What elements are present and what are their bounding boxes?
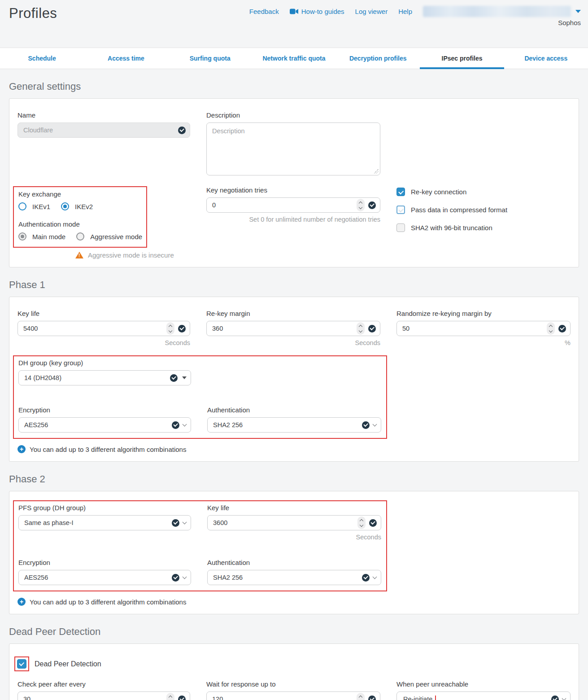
- randomize-unit: %: [396, 339, 571, 346]
- chevron-down-icon[interactable]: [183, 422, 187, 427]
- account-name-redacted: [423, 6, 571, 17]
- section-title-dpd: Dead Peer Detection: [9, 626, 579, 638]
- number-stepper[interactable]: [357, 322, 365, 335]
- chevron-down-icon[interactable]: [373, 422, 377, 427]
- radio-main-mode-control[interactable]: [18, 232, 26, 241]
- stepper-down-icon[interactable]: [359, 205, 362, 209]
- valid-check-icon: [558, 325, 566, 332]
- brand-label: Sophos: [558, 19, 581, 26]
- wait-response-input[interactable]: 120: [206, 691, 380, 700]
- phase2-key-life-label: Key life: [207, 504, 381, 512]
- phase2-key-life-input[interactable]: 3600: [207, 515, 381, 530]
- description-placeholder: Description: [212, 127, 245, 135]
- phase2-encryption-select[interactable]: AES256: [18, 570, 191, 585]
- resize-handle[interactable]: [374, 169, 379, 174]
- tab-schedule[interactable]: Schedule: [0, 48, 84, 69]
- check-peer-input[interactable]: 30: [17, 691, 190, 700]
- feedback-link[interactable]: Feedback: [249, 8, 279, 15]
- number-stepper[interactable]: [357, 199, 365, 211]
- checkbox-rekey-connection[interactable]: Re-key connection: [396, 188, 571, 196]
- radio-main-mode-label: Main mode: [32, 233, 65, 241]
- chevron-down-icon[interactable]: [562, 696, 566, 700]
- number-stepper[interactable]: [357, 693, 365, 700]
- key-life-input[interactable]: 5400: [17, 321, 190, 336]
- number-stepper[interactable]: [547, 322, 555, 335]
- radio-ikev1[interactable]: IKEv1: [18, 202, 50, 210]
- howto-guides-link[interactable]: How-to guides: [290, 8, 344, 15]
- chevron-down-icon[interactable]: [373, 575, 377, 579]
- section-title-phase2: Phase 2: [9, 473, 579, 485]
- authentication-label: Authentication: [207, 406, 381, 414]
- phase1-encryption-select[interactable]: AES256: [18, 417, 191, 433]
- stepper-down-icon[interactable]: [169, 328, 172, 332]
- name-input[interactable]: Cloudflare: [17, 122, 190, 138]
- tab-surfing-quota[interactable]: Surfing quota: [168, 48, 252, 69]
- radio-main-mode[interactable]: Main mode: [18, 232, 65, 241]
- log-viewer-label: Log viewer: [355, 8, 388, 15]
- randomize-group: Randomize re-keying margin by 50 %: [396, 310, 571, 346]
- checkbox-sha2-control[interactable]: [396, 223, 405, 232]
- description-label: Description: [206, 111, 380, 119]
- plus-icon[interactable]: +: [17, 445, 26, 453]
- log-viewer-link[interactable]: Log viewer: [355, 8, 388, 15]
- checkbox-rekey-label: Re-key connection: [411, 188, 466, 196]
- stepper-up-icon[interactable]: [360, 519, 363, 522]
- key-negotiation-input[interactable]: 0: [206, 197, 380, 213]
- valid-check-icon: [172, 421, 179, 429]
- stepper-down-icon[interactable]: [549, 328, 553, 332]
- radio-aggressive-mode[interactable]: Aggressive mode: [76, 232, 142, 241]
- pfs-group-select[interactable]: Same as phase-I: [18, 515, 191, 530]
- stepper-up-icon[interactable]: [359, 324, 362, 328]
- stepper-down-icon[interactable]: [359, 328, 362, 332]
- checkbox-sha2-label: SHA2 with 96-bit truncation: [411, 224, 492, 232]
- dropdown-caret-icon[interactable]: [182, 376, 187, 379]
- key-exchange-group: Key exchange IKEv1 IKEv2 Authenticat: [17, 186, 190, 259]
- warning-text: Aggressive mode is insecure: [88, 251, 174, 259]
- number-stepper[interactable]: [357, 516, 366, 529]
- radio-aggressive-mode-control[interactable]: [76, 232, 84, 241]
- radio-ikev1-control[interactable]: [18, 202, 26, 210]
- check-peer-group: Check peer after every 30 Seconds: [17, 680, 190, 700]
- checkbox-compressed-format[interactable]: Pass data in compressed format: [396, 206, 571, 214]
- rekey-margin-group: Re-key margin 360 Seconds: [206, 310, 380, 346]
- description-textarea[interactable]: Description: [206, 122, 380, 175]
- stepper-up-icon[interactable]: [549, 324, 553, 328]
- phase2-key-life-field: Key life 3600 Seconds: [207, 504, 381, 541]
- chevron-down-icon[interactable]: [183, 575, 187, 579]
- dpd-enable-checkbox[interactable]: [17, 659, 26, 669]
- rekey-margin-input[interactable]: 360: [206, 321, 380, 336]
- number-stepper[interactable]: [166, 693, 174, 700]
- dpd-card: Dead Peer Detection Check peer after eve…: [9, 643, 579, 700]
- account-selector[interactable]: [423, 6, 581, 17]
- dh-group-select[interactable]: 14 (DH2048): [18, 370, 191, 385]
- video-camera-icon: [290, 9, 298, 14]
- wait-response-label: Wait for response up to: [206, 680, 380, 688]
- tab-access-time[interactable]: Access time: [84, 48, 168, 69]
- stepper-up-icon[interactable]: [169, 324, 172, 328]
- number-stepper[interactable]: [166, 322, 174, 335]
- tab-decryption-profiles[interactable]: Decryption profiles: [336, 48, 420, 69]
- checkbox-rekey-control[interactable]: [396, 188, 405, 196]
- stepper-up-icon[interactable]: [359, 201, 362, 205]
- phase1-authentication-select[interactable]: SHA2 256: [207, 417, 381, 433]
- radio-ikev2-control[interactable]: [61, 202, 69, 210]
- tab-device-access[interactable]: Device access: [504, 48, 588, 69]
- valid-check-icon: [172, 574, 179, 582]
- stepper-up-icon[interactable]: [169, 695, 172, 699]
- checkbox-sha2-truncation[interactable]: SHA2 with 96-bit truncation: [396, 223, 571, 232]
- tab-ipsec-profiles[interactable]: IPsec profiles: [420, 48, 504, 69]
- chevron-down-icon[interactable]: [183, 520, 187, 525]
- radio-ikev2[interactable]: IKEv2: [61, 202, 93, 210]
- plus-icon[interactable]: +: [17, 598, 26, 606]
- phase2-authentication-select[interactable]: SHA2 256: [207, 570, 381, 585]
- help-link[interactable]: Help: [398, 8, 412, 15]
- dpd-enable-label: Dead Peer Detection: [35, 660, 101, 668]
- checkbox-compressed-control[interactable]: [396, 206, 405, 214]
- when-unreachable-select[interactable]: Re-initiate: [396, 691, 571, 700]
- feedback-label: Feedback: [249, 8, 279, 15]
- stepper-up-icon[interactable]: [359, 695, 362, 699]
- randomize-input[interactable]: 50: [396, 321, 571, 336]
- tab-network-traffic-quota[interactable]: Network traffic quota: [252, 48, 336, 69]
- stepper-down-icon[interactable]: [360, 523, 363, 526]
- tab-bar: Schedule Access time Surfing quota Netwo…: [0, 48, 588, 69]
